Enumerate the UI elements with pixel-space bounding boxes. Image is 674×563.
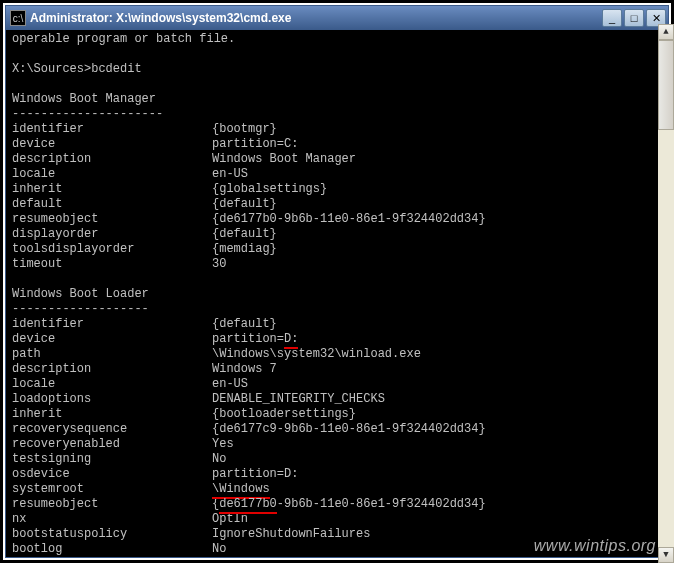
kv-row: loadoptionsDENABLE_INTEGRITY_CHECKS	[12, 392, 662, 407]
kv-row: devicepartition=C:	[12, 137, 662, 152]
kv-row: localeen-US	[12, 167, 662, 182]
section-divider: ---------------------	[12, 107, 662, 122]
kv-row: identifier{default}	[12, 317, 662, 332]
output-line: operable program or batch file.	[12, 32, 662, 47]
minimize-button[interactable]: _	[602, 9, 622, 27]
highlight: \Windows	[212, 482, 270, 497]
maximize-button[interactable]: □	[624, 9, 644, 27]
kv-row: toolsdisplayorder{memdiag}	[12, 242, 662, 257]
highlight: D:	[284, 332, 298, 347]
kv-row: descriptionWindows 7	[12, 362, 662, 377]
kv-row: identifier{bootmgr}	[12, 122, 662, 137]
cmd-window: c:\ Administrator: X:\windows\system32\c…	[5, 5, 669, 558]
highlight: de6177b0	[219, 497, 277, 512]
kv-row: devicepartition=D:	[12, 332, 662, 347]
window-title: Administrator: X:\windows\system32\cmd.e…	[30, 11, 602, 25]
section-heading: Windows Boot Loader	[12, 287, 662, 302]
kv-row: resumeobject{de6177b0-9b6b-11e0-86e1-9f3…	[12, 497, 662, 512]
kv-row: resumeobject{de6177b0-9b6b-11e0-86e1-9f3…	[12, 212, 662, 227]
kv-row: recoveryenabledYes	[12, 437, 662, 452]
kv-row: inherit{globalsettings}	[12, 182, 662, 197]
terminal-output[interactable]: operable program or batch file. X:\Sourc…	[6, 30, 668, 557]
scroll-down-button[interactable]: ▼	[658, 547, 674, 563]
kv-row: localeen-US	[12, 377, 662, 392]
kv-row: timeout30	[12, 257, 662, 272]
kv-row: descriptionWindows Boot Manager	[12, 152, 662, 167]
kv-row: displayorder{default}	[12, 227, 662, 242]
kv-row: osdevicepartition=D:	[12, 467, 662, 482]
cmd-icon: c:\	[10, 10, 26, 26]
kv-row: path\Windows\system32\winload.exe	[12, 347, 662, 362]
kv-row: bootlogNo	[12, 542, 662, 557]
scroll-up-button[interactable]: ▲	[658, 24, 674, 40]
vertical-scrollbar[interactable]: ▲ ▼	[658, 24, 674, 563]
section-divider: -------------------	[12, 302, 662, 317]
kv-row: default{default}	[12, 197, 662, 212]
kv-row: recoverysequence{de6177c9-9b6b-11e0-86e1…	[12, 422, 662, 437]
titlebar[interactable]: c:\ Administrator: X:\windows\system32\c…	[6, 6, 668, 30]
prompt-line: X:\Sources>bcdedit	[12, 62, 662, 77]
kv-row: bootstatuspolicyIgnoreShutdownFailures	[12, 527, 662, 542]
kv-row: nxOptIn	[12, 512, 662, 527]
kv-row: inherit{bootloadersettings}	[12, 407, 662, 422]
kv-row: systemroot\Windows	[12, 482, 662, 497]
scroll-track[interactable]	[658, 40, 674, 547]
scroll-thumb[interactable]	[658, 40, 674, 130]
kv-row: testsigningNo	[12, 452, 662, 467]
section-heading: Windows Boot Manager	[12, 92, 662, 107]
